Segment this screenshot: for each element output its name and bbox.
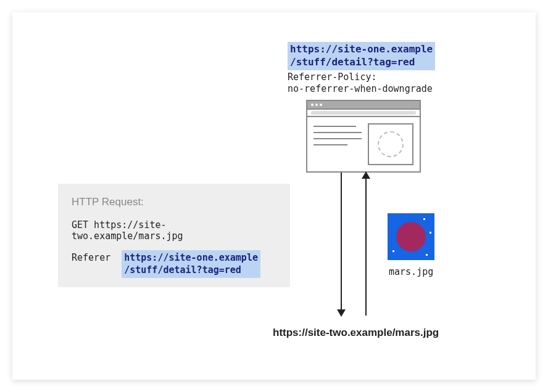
browser-body (307, 117, 420, 170)
http-referer-row: Referer https://site-one.example /stuff/… (72, 250, 276, 278)
star-icon (423, 218, 425, 220)
http-referer-value-highlight: https://site-one.example /stuff/detail?t… (122, 250, 260, 278)
dashed-circle-icon (378, 131, 404, 157)
star-icon (392, 250, 394, 252)
mars-planet-icon (396, 222, 426, 251)
mars-filename-label: mars.jpg (389, 266, 433, 277)
http-referer-label: Referer (72, 250, 110, 263)
site-two-url-label: https://site-two.example/mars.jpg (273, 327, 439, 339)
browser-urlbar (307, 110, 420, 117)
diagram-canvas: https://site-one.example /stuff/detail?t… (12, 12, 536, 380)
browser-window-icon (306, 100, 421, 173)
arrow-up-icon (365, 173, 367, 316)
star-icon (430, 232, 431, 234)
arrow-down-icon (341, 173, 342, 316)
browser-titlebar (307, 101, 420, 110)
http-request-box: HTTP Request: GET https://site-two.examp… (58, 184, 290, 287)
http-get-line: GET https://site-two.example/mars.jpg (72, 219, 276, 242)
referrer-policy-text: Referrer-Policy: no-referrer-when-downgr… (288, 71, 433, 95)
star-icon (426, 254, 428, 256)
site-one-url-highlight: https://site-one.example /stuff/detail?t… (288, 42, 435, 70)
http-request-title: HTTP Request: (72, 196, 276, 208)
mars-image-icon (388, 213, 434, 260)
browser-text-lines-icon (313, 123, 362, 164)
browser-window-controls-icon (311, 104, 322, 106)
browser-image-placeholder (368, 123, 413, 165)
